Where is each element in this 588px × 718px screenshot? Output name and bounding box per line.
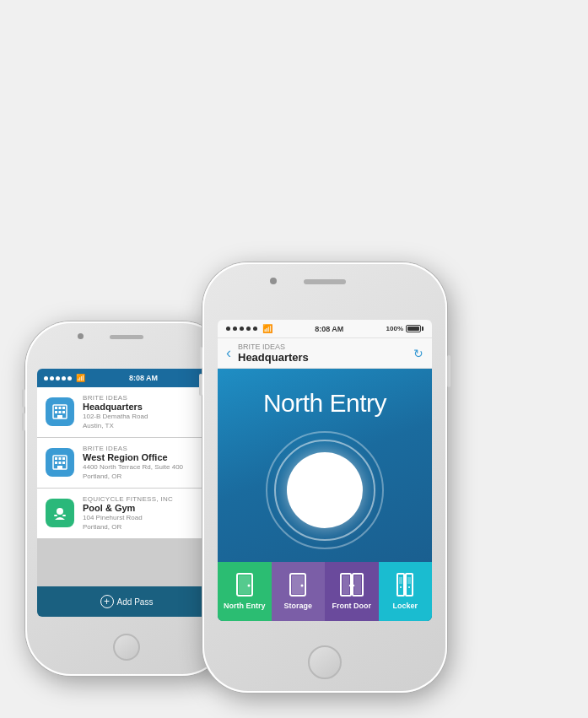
location-info-gym: EQUICYCLE FITNESS, INC Pool & Gym 104 Pi… [83,495,173,532]
nav-org: BRITE IDEAS [238,343,407,351]
location-info-west: BRITE IDEAS West Region Office 4400 Nort… [83,445,183,481]
location-name-west: West Region Office [83,452,183,463]
phones-container: 📶 8:08 AM ▭ [0,0,588,718]
left-screen: 📶 8:08 AM ▭ [37,369,216,617]
svg-point-30 [353,585,354,586]
svg-rect-9 [55,457,57,460]
volume-down-button-right[interactable] [199,374,202,396]
locker-icon [396,573,414,598]
right-screen: 📶 8:08 AM 100% ‹ BRITE IDEAS [218,320,432,621]
org-label-gym: EQUICYCLE FITNESS, INC [83,495,173,503]
phone-right: 📶 8:08 AM 100% ‹ BRITE IDEAS [202,262,447,693]
svg-rect-1 [55,407,57,409]
svg-rect-6 [62,411,65,413]
tab-label-storage: Storage [283,602,312,610]
add-pass-bar[interactable]: + Add Pass [37,586,216,617]
location-info-hq: BRITE IDEAS Headquarters 102-B Dematha R… [83,394,148,430]
svg-point-21 [247,585,250,587]
door-double-icon [340,573,364,598]
power-button-right[interactable] [447,355,450,387]
tab-north-entry[interactable]: North Entry [218,562,272,621]
list-item[interactable]: EQUICYCLE FITNESS, INC Pool & Gym 104 Pi… [37,489,216,538]
home-button-left[interactable] [113,634,140,661]
list-item[interactable]: BRITE IDEAS West Region Office 4400 Nort… [37,438,216,488]
middle-ring [274,440,375,541]
tab-label-locker: Locker [392,602,418,610]
main-content: North Entry [218,369,432,621]
svg-rect-3 [62,407,65,409]
nav-title: Headquarters [238,351,407,364]
volume-down-button-left[interactable] [22,413,25,431]
location-addr2-hq: Austin, TX [83,422,148,430]
svg-point-36 [408,586,410,588]
location-addr2-west: Portland, OR [83,472,183,481]
svg-rect-12 [55,462,57,464]
location-icon-hq [46,397,74,426]
svg-point-24 [301,585,304,587]
svg-rect-34 [407,577,411,584]
svg-rect-28 [354,575,361,594]
svg-rect-18 [62,515,66,516]
camera-left [78,333,84,339]
inner-circle [287,452,363,528]
outer-ring [266,431,384,549]
signal-dots: 📶 [44,374,85,382]
location-icon-west [46,448,74,477]
volume-up-button-left[interactable] [22,389,25,408]
tab-front-door[interactable]: Front Door [325,562,379,621]
svg-rect-15 [57,466,62,469]
battery-percent: 100% [386,325,403,332]
phone-left: 📶 8:08 AM ▭ [25,321,228,676]
tab-storage[interactable]: Storage [272,562,326,621]
left-time: 8:08 AM [129,374,158,382]
door-single-icon-2 [289,573,307,598]
tab-bar: North Entry Storage [218,562,432,621]
location-addr2-gym: Portland, OR [83,523,173,532]
entry-title: North Entry [263,389,386,418]
camera-right [270,278,277,284]
svg-rect-4 [55,411,57,413]
svg-rect-31 [397,574,404,596]
svg-rect-14 [62,462,65,464]
svg-point-29 [349,585,351,586]
nav-bar: ‹ BRITE IDEAS Headquarters ↻ [218,338,432,369]
svg-rect-5 [59,411,62,413]
right-signal: 📶 [226,324,272,333]
tab-locker[interactable]: Locker [379,562,433,621]
battery-indicator: 100% [386,325,423,332]
location-addr1-hq: 102-B Dematha Road [83,413,148,421]
location-addr1-gym: 104 Pinehurst Road [83,514,173,522]
svg-rect-17 [54,515,57,516]
speaker-left [110,335,143,339]
home-button-right[interactable] [308,645,342,679]
nav-titles: BRITE IDEAS Headquarters [238,343,407,364]
svg-point-16 [57,508,63,515]
svg-rect-7 [57,415,62,418]
svg-point-35 [400,586,402,588]
right-status-bar: 📶 8:08 AM 100% [218,320,432,338]
door-button-area[interactable] [266,418,384,562]
door-single-icon-1 [235,573,254,598]
add-icon: + [100,595,114,608]
svg-rect-11 [62,457,65,460]
list-item[interactable]: BRITE IDEAS Headquarters 102-B Dematha R… [37,387,216,437]
tab-label-front-door: Front Door [332,602,372,610]
svg-rect-27 [343,575,349,594]
left-status-bar: 📶 8:08 AM ▭ [37,369,216,387]
wifi-icon: 📶 [262,324,272,333]
location-name-gym: Pool & Gym [83,503,173,514]
svg-rect-13 [59,462,62,464]
svg-rect-33 [399,577,402,584]
org-label-hq: BRITE IDEAS [83,394,148,402]
volume-up-button-right[interactable] [199,347,202,369]
refresh-button[interactable]: ↻ [413,347,423,360]
location-addr1-west: 4400 North Terrace Rd, Suite 400 [83,463,183,472]
svg-rect-10 [59,457,62,460]
org-label-west: BRITE IDEAS [83,445,183,452]
back-button[interactable]: ‹ [226,344,231,362]
svg-rect-2 [59,407,62,409]
tab-label-north: North Entry [224,602,266,610]
speaker-right [304,279,346,284]
location-name-hq: Headquarters [83,402,148,413]
svg-rect-32 [406,574,413,596]
